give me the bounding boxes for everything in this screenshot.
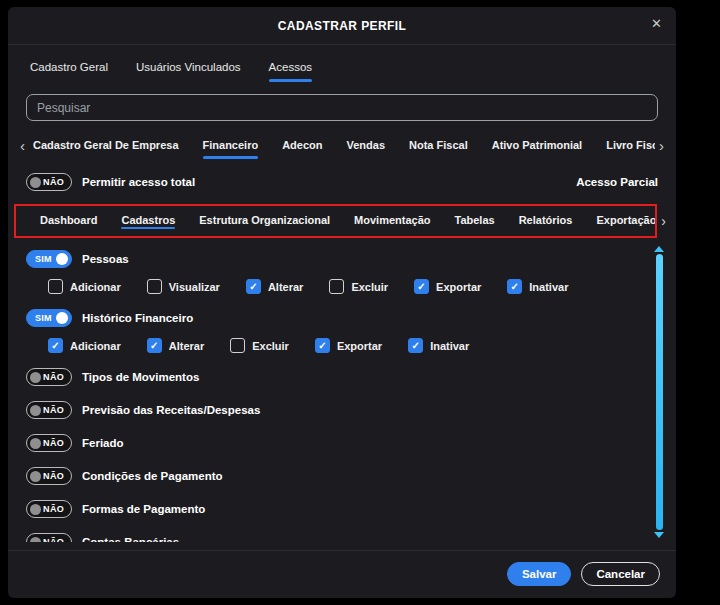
scroll-right-icon[interactable]: › [655,138,668,159]
toggle-knob [30,372,41,383]
permission-name: Feriado [82,437,124,449]
tab-acessos[interactable]: Acessos [269,61,312,82]
toggle-state-label: NÃO [43,438,64,448]
toggle-permitir-acesso-total[interactable]: NÃO [26,173,72,191]
toggle-state-label: SIM [35,254,52,264]
module-tab-vendas[interactable]: Vendas [346,139,385,159]
section-tab-strip: Dashboard Cadastros Estrutura Organizaci… [14,204,668,238]
section-tab-relatorios[interactable]: Relatórios [519,214,573,229]
toggle-feriado[interactable]: NÃO [26,434,72,452]
toggle-state-label: NÃO [43,471,64,481]
scroll-down-icon[interactable] [654,532,664,538]
scroll-left-icon[interactable]: ‹ [16,138,29,159]
scroll-up-icon[interactable] [654,246,664,252]
checkbox-pessoas-alterar[interactable]: ✓ Alterar [246,279,303,294]
cadastrar-perfil-modal: CADASTRAR PERFIL ✕ Cadastro Geral Usuári… [8,7,676,598]
toggle-state-label: NÃO [43,504,64,514]
toggle-state-label: SIM [35,313,52,323]
permission-row-contas-bancarias: NÃO Contas Bancárias [26,533,646,542]
toggle-state-label: NÃO [43,177,64,187]
section-tab-exportacao[interactable]: Exportação De [596,214,657,229]
section-tab-cadastros[interactable]: Cadastros [121,214,175,229]
module-tab-strip: ‹ Cadastro Geral De Empresa Financeiro A… [8,137,676,159]
section-tab-dashboard[interactable]: Dashboard [40,214,97,229]
toggle-formas-de-pagamento[interactable]: NÃO [26,500,72,518]
toggle-state-label: NÃO [43,372,64,382]
checkbox-pessoas-inativar[interactable]: ✓ Inativar [507,279,568,294]
access-total-label: Permitir acesso total [82,176,195,188]
permission-name: Tipos de Movimentos [82,371,199,383]
module-tab-financeiro[interactable]: Financeiro [203,139,259,159]
permission-actions-pessoas: ✓ Adicionar ✓ Visualizar ✓ Alterar ✓ Exc… [48,279,646,294]
checkbox-box: ✓ [329,279,344,294]
checkbox-box: ✓ [246,279,261,294]
permission-row-formas-pagamento: NÃO Formas de Pagamento [26,500,646,518]
check-icon: ✓ [150,341,158,351]
checkbox-pessoas-adicionar[interactable]: ✓ Adicionar [48,279,121,294]
cancel-button[interactable]: Cancelar [581,562,660,586]
toggle-state-label: NÃO [43,537,64,542]
toggle-state-label: NÃO [43,405,64,415]
module-tab-ativo-patrimonial[interactable]: Ativo Patrimonial [492,139,582,159]
module-tab-adecon[interactable]: Adecon [282,139,322,159]
checkbox-historico-inativar[interactable]: ✓ Inativar [408,338,469,353]
toggle-condicoes-de-pagamento[interactable]: NÃO [26,467,72,485]
module-tab-livro-fiscal[interactable]: Livro Fiscal [606,139,655,159]
checkbox-box: ✓ [507,279,522,294]
check-icon: ✓ [249,282,257,292]
section-tab-estrutura-organizacional[interactable]: Estrutura Organizacional [199,214,330,229]
tab-usuarios-vinculados[interactable]: Usuários Vinculados [136,61,241,82]
checkbox-historico-adicionar[interactable]: ✓ Adicionar [48,338,121,353]
scrollbar[interactable] [654,246,664,538]
toggle-knob [30,438,41,449]
checkbox-pessoas-exportar[interactable]: ✓ Exportar [414,279,481,294]
module-tab-nota-fiscal[interactable]: Nota Fiscal [409,139,468,159]
checkbox-box: ✓ [48,338,63,353]
toggle-previsao-receitas-despesas[interactable]: NÃO [26,401,72,419]
search-wrap [8,82,676,121]
section-tab-tabelas[interactable]: Tabelas [455,214,495,229]
toggle-knob [30,177,41,188]
permission-name: Previsão das Receitas/Despesas [82,404,260,416]
access-total-row: NÃO Permitir acesso total Acesso Parcial [26,173,658,191]
permission-name: Formas de Pagamento [82,503,205,515]
toggle-contas-bancarias[interactable]: NÃO [26,533,72,542]
section-tabs-highlight: Dashboard Cadastros Estrutura Organizaci… [14,204,657,238]
main-tabs: Cadastro Geral Usuários Vinculados Acess… [8,45,676,82]
modal-title: CADASTRAR PERFIL [278,19,406,33]
close-icon[interactable]: ✕ [651,17,662,30]
checkbox-historico-alterar[interactable]: ✓ Alterar [147,338,204,353]
module-tab-cadastro-geral-de-empresa[interactable]: Cadastro Geral De Empresa [33,139,179,159]
checkbox-pessoas-visualizar[interactable]: ✓ Visualizar [147,279,220,294]
permission-row-pessoas: SIM Pessoas [26,250,646,268]
toggle-pessoas[interactable]: SIM [26,250,72,268]
checkbox-pessoas-excluir[interactable]: ✓ Excluir [329,279,388,294]
toggle-knob [56,253,68,265]
tab-cadastro-geral[interactable]: Cadastro Geral [30,61,108,82]
checkbox-historico-excluir[interactable]: ✓ Excluir [230,338,289,353]
checkbox-box: ✓ [414,279,429,294]
permission-row-condicoes-pagamento: NÃO Condições de Pagamento [26,467,646,485]
permission-name: Contas Bancárias [82,536,179,542]
section-tab-movimentacao[interactable]: Movimentação [354,214,430,229]
permission-name: Histórico Financeiro [82,312,193,324]
check-icon: ✓ [417,282,425,292]
permission-name: Condições de Pagamento [82,470,223,482]
permission-row-previsao: NÃO Previsão das Receitas/Despesas [26,401,646,419]
checkbox-historico-exportar[interactable]: ✓ Exportar [315,338,382,353]
toggle-tipos-de-movimentos[interactable]: NÃO [26,368,72,386]
checkbox-box: ✓ [230,338,245,353]
check-icon: ✓ [51,341,59,351]
section-scroll-right-icon[interactable]: › [657,213,668,229]
acesso-parcial-label: Acesso Parcial [576,176,658,188]
search-input[interactable] [26,94,658,121]
module-tabs: Cadastro Geral De Empresa Financeiro Ade… [29,137,655,159]
save-button[interactable]: Salvar [507,562,572,586]
toggle-knob [30,537,41,543]
checkbox-box: ✓ [315,338,330,353]
toggle-historico-financeiro[interactable]: SIM [26,309,72,327]
permission-actions-historico: ✓ Adicionar ✓ Alterar ✓ Excluir ✓ Export… [48,338,646,353]
permission-row-historico-financeiro: SIM Histórico Financeiro [26,309,646,327]
scrollbar-thumb[interactable] [656,254,663,530]
modal-footer: Salvar Cancelar [8,550,676,598]
